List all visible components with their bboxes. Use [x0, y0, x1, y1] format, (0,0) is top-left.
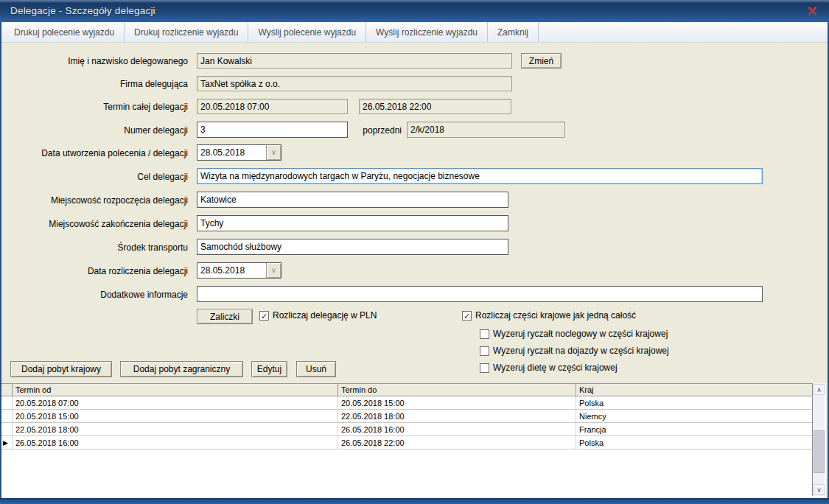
term-label: Termin całej delegacji [4, 102, 188, 112]
stays-table: Termin od Termin do Kraj 20.05.2018 07:0… [1, 383, 826, 498]
creation-date-value: 28.05.2018 [200, 147, 245, 158]
checkbox-settle-in-pln[interactable]: ✓ Rozliczaj delegację w PLN [259, 310, 377, 321]
toolbar-send-settlement-button[interactable]: Wyślij rozliczenie wyjazdu [366, 22, 488, 42]
column-header-from[interactable]: Termin od [12, 384, 337, 396]
end-city-label: Miejscowość zakończenia delegacji [4, 219, 188, 229]
cell-to: 26.05.2018 22:00 [337, 436, 576, 449]
column-header-country[interactable]: Kraj [576, 384, 812, 396]
checkbox-zero-diet[interactable]: Wyzeruj dietę w części krajowej [480, 363, 618, 373]
row-marker-icon [1, 396, 12, 410]
delegate-name-label: Imię i nazwisko delegowanego [4, 56, 188, 66]
start-city-label: Miejscowość rozpoczęcia delegacji [4, 195, 188, 206]
table-row[interactable]: 20.05.2018 15:00 22.05.2018 18:00 Niemcy [1, 410, 812, 423]
transport-input[interactable]: Samochód służbowy [197, 239, 508, 255]
cell-country: Polska [576, 436, 812, 449]
add-foreign-stay-button[interactable]: Dodaj pobyt zagraniczny [120, 361, 243, 377]
cell-from: 20.05.2018 07:00 [12, 396, 337, 410]
checkbox-zero-lodging-allowance[interactable]: Wyzeruj ryczałt noclegowy w części krajo… [480, 329, 668, 339]
checkbox-label: Wyzeruj ryczałt noclegowy w części krajo… [493, 329, 668, 339]
close-icon[interactable]: ✕ [804, 3, 820, 19]
table-header: Termin od Termin do Kraj [1, 383, 812, 396]
cell-country: Niemcy [576, 410, 812, 423]
row-marker-icon [1, 423, 12, 436]
row-selector-header [1, 384, 12, 396]
row-marker-icon [1, 410, 12, 423]
window-title: Delegacje - Szczegóły delegacji [10, 5, 155, 16]
column-header-to[interactable]: Termin do [337, 384, 576, 396]
row-marker-icon: ▶ [1, 436, 12, 449]
end-city-input[interactable]: Tychy [197, 215, 508, 231]
checkbox-label: Rozliczaj części krajowe jak jedną całoś… [475, 310, 636, 321]
cell-country: Francja [576, 423, 812, 436]
checkbox-label: Rozliczaj delegację w PLN [273, 310, 377, 321]
scrollbar-thumb[interactable] [814, 430, 825, 473]
chevron-down-icon[interactable]: ∨ [266, 263, 281, 278]
cell-from: 22.05.2018 18:00 [12, 423, 337, 436]
previous-number-field: 2/k/2018 [407, 122, 565, 138]
checkbox-icon: ✓ [259, 311, 269, 321]
window-border-left [0, 22, 1, 498]
checkbox-zero-commute-allowance[interactable]: Wyzeruj ryczałt na dojazdy w części kraj… [480, 346, 669, 356]
company-field: TaxNet spółka z o.o. [197, 76, 512, 91]
table-row[interactable]: 20.05.2018 07:00 20.05.2018 15:00 Polska [1, 396, 812, 410]
creation-date-label: Data utworzenia polecenia / delegacji [4, 148, 188, 158]
change-button[interactable]: Zmień [521, 53, 562, 69]
checkbox-label: Wyzeruj dietę w części krajowej [493, 363, 618, 373]
toolbar-send-order-button[interactable]: Wyślij polecenie wyjazdu [248, 22, 366, 42]
cell-from: 26.05.2018 16:00 [12, 436, 337, 449]
titlebar: Delegacje - Szczegóły delegacji ✕ [0, 0, 829, 22]
term-from-field: 20.05.2018 07:00 [197, 99, 348, 114]
toolbar-print-order-button[interactable]: Drukuj polecenie wyjazdu [4, 22, 125, 42]
cell-country: Polska [576, 396, 812, 410]
scroll-down-icon[interactable]: ∨ [814, 484, 825, 495]
table-scrollbar[interactable]: ∧ ∨ [812, 383, 825, 496]
advances-button[interactable]: Zaliczki [197, 309, 253, 324]
edit-stay-button[interactable]: Edytuj [251, 361, 287, 377]
chevron-down-icon[interactable]: ∨ [266, 145, 281, 160]
number-label: Numer delegacji [4, 125, 188, 136]
cell-to: 22.05.2018 18:00 [337, 410, 576, 423]
purpose-label: Cel delegacji [4, 172, 188, 182]
previous-number-label: poprzedni [221, 125, 402, 136]
delegation-details-window: Delegacje - Szczegóły delegacji ✕ Drukuj… [0, 0, 829, 504]
transport-label: Środek transportu [4, 242, 188, 253]
table-row[interactable]: ▶ 26.05.2018 16:00 26.05.2018 22:00 Pols… [1, 436, 812, 449]
settlement-date-value: 28.05.2018 [200, 265, 245, 276]
cell-from: 20.05.2018 15:00 [12, 410, 337, 423]
additional-info-input[interactable] [197, 286, 763, 302]
checkbox-icon: ✓ [462, 311, 472, 321]
term-to-field: 26.05.2018 22:00 [359, 99, 511, 114]
settlement-date-label: Data rozliczenia delegacji [4, 266, 188, 276]
checkbox-icon [480, 346, 489, 356]
toolbar: Drukuj polecenie wyjazdu Drukuj rozlicze… [1, 22, 828, 43]
checkbox-icon [480, 363, 489, 373]
purpose-input[interactable]: Wizyta na międzynarodowych targach w Par… [197, 168, 763, 184]
scroll-up-icon[interactable]: ∧ [814, 384, 825, 395]
table-row[interactable]: 22.05.2018 18:00 26.05.2018 16:00 Francj… [1, 423, 812, 436]
settlement-date-select[interactable]: 28.05.2018 ∨ [197, 262, 281, 279]
toolbar-close-button[interactable]: Zamknij [488, 22, 539, 42]
cell-to: 20.05.2018 15:00 [337, 396, 576, 410]
add-domestic-stay-button[interactable]: Dodaj pobyt krajowy [10, 361, 112, 377]
checkbox-domestic-as-whole[interactable]: ✓ Rozliczaj części krajowe jak jedną cał… [462, 310, 636, 321]
company-label: Firma delegująca [4, 79, 188, 89]
additional-info-label: Dodatkowe informacje [4, 290, 188, 300]
checkbox-icon [480, 329, 489, 339]
delete-stay-button[interactable]: Usuń [296, 361, 336, 377]
checkbox-label: Wyzeruj ryczałt na dojazdy w części kraj… [493, 346, 669, 356]
delegate-name-field: Jan Kowalski [197, 53, 512, 69]
creation-date-select[interactable]: 28.05.2018 ∨ [197, 144, 281, 161]
window-border-bottom [0, 498, 829, 504]
toolbar-print-settlement-button[interactable]: Drukuj rozliczenie wyjazdu [125, 22, 248, 42]
start-city-input[interactable]: Katowice [197, 192, 508, 208]
cell-to: 26.05.2018 16:00 [337, 423, 576, 436]
